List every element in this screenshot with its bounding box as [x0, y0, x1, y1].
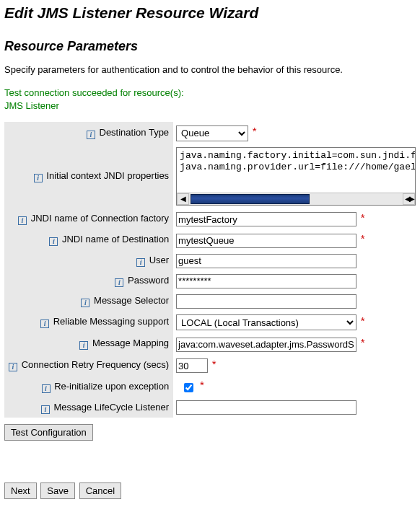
- horizontal-scrollbar[interactable]: ◀ ◀▶: [177, 193, 415, 205]
- info-icon[interactable]: i: [87, 131, 95, 139]
- required-icon: *: [361, 211, 365, 224]
- required-icon: *: [200, 379, 204, 391]
- message-selector-input[interactable]: [176, 294, 356, 309]
- parameters-form: i Destination Type Queue * i Initial con…: [4, 122, 419, 418]
- success-line1: Test connection succeeded for resource(s…: [4, 87, 184, 98]
- required-icon: *: [361, 336, 365, 348]
- required-icon: *: [361, 314, 365, 327]
- reinit-checkbox[interactable]: [184, 383, 193, 392]
- info-icon[interactable]: i: [40, 320, 49, 328]
- page-title: Edit JMS Listener Resource Wizard: [4, 4, 416, 22]
- required-icon: *: [361, 232, 365, 244]
- info-icon[interactable]: i: [34, 174, 43, 182]
- label-destination-type: Destination Type: [100, 127, 170, 138]
- success-message: Test connection succeeded for resource(s…: [4, 87, 416, 112]
- retry-freq-input[interactable]: [176, 358, 208, 373]
- label-destination-name: JNDI name of Destination: [62, 234, 169, 244]
- label-reinit: Re-initialize upon exception: [54, 381, 169, 392]
- label-lifecycle: Message LifeCycle Listener: [53, 402, 169, 413]
- reliable-select[interactable]: LOCAL (Local Transactions): [176, 314, 356, 330]
- save-button[interactable]: Save: [40, 482, 75, 499]
- label-reliable: Reliable Messaging support: [53, 316, 169, 327]
- info-icon[interactable]: i: [136, 258, 145, 267]
- info-icon[interactable]: i: [49, 237, 58, 246]
- jndi-props-textarea[interactable]: java.naming.factory.initial=com.sun.jndi…: [176, 147, 416, 206]
- label-conn-factory: JNDI name of Connection factory: [31, 213, 169, 224]
- user-input[interactable]: [176, 254, 356, 268]
- jndi-props-content[interactable]: java.naming.factory.initial=com.sun.jndi…: [177, 148, 415, 193]
- label-message-selector: Message Selector: [94, 295, 169, 306]
- info-icon[interactable]: i: [79, 341, 88, 350]
- info-icon[interactable]: i: [42, 384, 51, 393]
- scroll-track[interactable]: [189, 193, 403, 205]
- info-icon[interactable]: i: [18, 216, 27, 225]
- destination-name-input[interactable]: [176, 234, 356, 248]
- success-line2: JMS Listener: [4, 100, 59, 111]
- label-message-mapping: Message Mapping: [92, 338, 169, 348]
- test-configuration-button[interactable]: Test Configuration: [4, 424, 93, 441]
- lifecycle-input[interactable]: [176, 400, 356, 415]
- info-icon[interactable]: i: [41, 405, 50, 414]
- required-icon: *: [212, 358, 216, 370]
- label-user: User: [149, 255, 169, 265]
- scroll-left-icon[interactable]: ◀: [177, 193, 189, 205]
- info-icon[interactable]: i: [9, 363, 17, 371]
- label-password: Password: [128, 275, 169, 286]
- info-icon[interactable]: i: [81, 299, 89, 307]
- info-icon[interactable]: i: [115, 278, 123, 287]
- label-jndi-props: Initial context JNDI properties: [46, 170, 169, 181]
- next-button[interactable]: Next: [4, 482, 37, 499]
- message-mapping-input[interactable]: [176, 338, 356, 352]
- password-input[interactable]: [176, 274, 356, 288]
- scroll-right-icon[interactable]: ◀▶: [403, 193, 415, 205]
- destination-type-select[interactable]: Queue: [176, 125, 248, 141]
- scroll-thumb[interactable]: [191, 194, 310, 204]
- section-heading: Resource Parameters: [4, 39, 416, 54]
- label-retry-freq: Connection Retry Frequency (secs): [22, 359, 169, 370]
- conn-factory-input[interactable]: [176, 212, 356, 226]
- cancel-button[interactable]: Cancel: [79, 482, 121, 499]
- page-description: Specify parameters for authentication an…: [4, 64, 416, 75]
- required-icon: *: [253, 125, 257, 137]
